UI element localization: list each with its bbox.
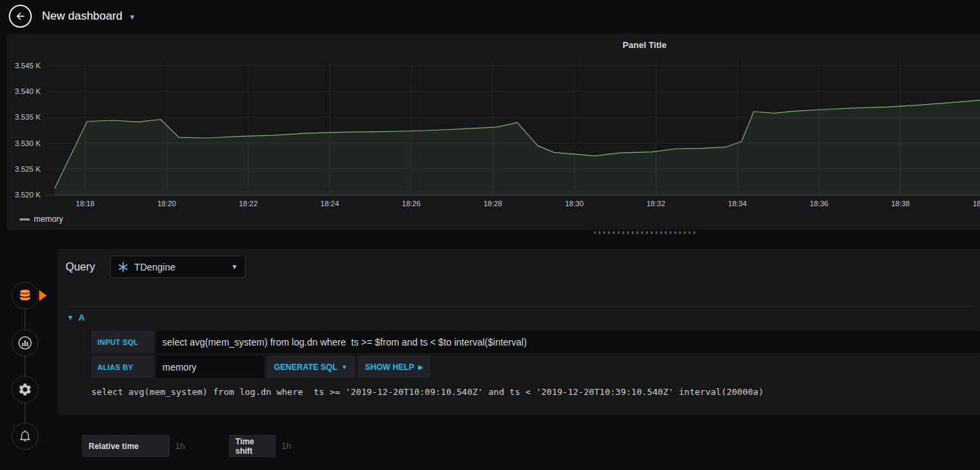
- generated-sql-text: select avg(mem_system) from log.dn where…: [91, 387, 972, 397]
- bell-icon: [18, 429, 32, 443]
- options-gap: [222, 435, 229, 457]
- panel-title[interactable]: Panel Title: [623, 40, 667, 50]
- chart-icon: [17, 335, 33, 351]
- legend-series-label: memory: [34, 214, 63, 224]
- x-axis-tick-label: 18:22: [228, 199, 269, 208]
- alias-by-label: ALIAS BY: [91, 356, 154, 378]
- back-button[interactable]: [9, 5, 32, 28]
- y-axis-tick-label: 3.545 K: [7, 60, 41, 71]
- database-icon: [18, 288, 32, 303]
- show-help-button[interactable]: SHOW HELP ▶: [358, 356, 431, 378]
- x-axis-tick-label: 18:26: [391, 199, 431, 208]
- datasource-name: TDengine: [135, 262, 176, 273]
- query-ref-row[interactable]: ▼ A: [66, 306, 975, 327]
- alias-by-row: ALIAS BY GENERATE SQL ▼ SHOW HELP ▶: [91, 356, 980, 378]
- dashboard-title[interactable]: New dashboard ▼: [42, 0, 136, 32]
- y-axis-tick-label: 3.540 K: [7, 86, 41, 97]
- x-axis-tick-label: 18:24: [310, 199, 350, 208]
- input-sql-label: INPUT SQL: [91, 331, 154, 353]
- relative-time-label: Relative time: [82, 435, 170, 457]
- arrow-left-icon: [14, 10, 26, 22]
- time-shift-input[interactable]: [276, 435, 326, 457]
- legend-item-memory[interactable]: memory: [20, 214, 63, 224]
- x-axis-tick-label: 18:36: [799, 199, 839, 208]
- query-ref-id: A: [78, 312, 85, 323]
- query-section-title: Query: [66, 261, 95, 273]
- tdengine-logo-icon: [118, 262, 129, 273]
- top-navbar: New dashboard ▼: [0, 0, 980, 32]
- tab-alert[interactable]: [11, 423, 39, 450]
- show-help-label: SHOW HELP: [365, 362, 415, 372]
- dashboard-title-text: New dashboard: [42, 9, 122, 23]
- relative-time-input[interactable]: [170, 435, 222, 457]
- horizontal-scrollbar[interactable]: [594, 231, 696, 234]
- datasource-picker[interactable]: TDengine ▼: [110, 256, 246, 278]
- x-axis-tick-label: 18:40: [962, 199, 980, 208]
- legend-series-swatch: [20, 218, 30, 220]
- chevron-down-icon: ▼: [342, 363, 348, 371]
- y-axis-tick-label: 3.530 K: [7, 138, 41, 149]
- query-header: Query TDengine ▼: [66, 256, 972, 278]
- x-axis-tick-label: 18:18: [65, 199, 106, 208]
- generate-sql-label: GENERATE SQL: [274, 362, 337, 372]
- alias-by-field[interactable]: [156, 356, 264, 378]
- x-axis-tick-label: 18:30: [554, 199, 594, 208]
- active-tab-arrow: [39, 290, 47, 301]
- chevron-down-icon: ▼: [231, 263, 238, 271]
- chevron-down-icon: ▼: [129, 11, 136, 21]
- input-sql-field[interactable]: [156, 331, 980, 353]
- time-shift-label: Time shift: [229, 435, 276, 457]
- generate-sql-button[interactable]: GENERATE SQL ▼: [266, 356, 355, 378]
- x-axis-tick-label: 18:20: [146, 199, 187, 208]
- tab-general[interactable]: [11, 376, 39, 403]
- tab-queries[interactable]: [11, 282, 39, 309]
- y-axis-tick-label: 3.520 K: [7, 189, 41, 200]
- x-axis-tick-label: 18:32: [636, 199, 676, 208]
- x-axis-tick-label: 18:28: [473, 199, 513, 208]
- x-axis-tick-label: 18:38: [880, 199, 920, 208]
- x-axis-tick-label: 18:34: [717, 199, 757, 208]
- time-series-chart: [46, 61, 980, 196]
- input-sql-row: INPUT SQL: [91, 331, 980, 353]
- query-editor-panel: Query TDengine ▼ ▼ A INPUT SQL ALIAS BY …: [57, 249, 980, 415]
- graph-panel: Panel Title 3.545 K3.540 K3.535 K3.530 K…: [7, 34, 980, 230]
- y-axis-tick-label: 3.525 K: [7, 164, 41, 174]
- tab-rail-connector: [24, 296, 26, 436]
- time-options-row: Relative time Time shift: [82, 435, 326, 457]
- chevron-right-icon: ▶: [418, 363, 423, 371]
- collapse-caret-icon: ▼: [66, 314, 74, 321]
- y-axis-tick-label: 3.535 K: [7, 112, 41, 122]
- gear-icon: [18, 382, 32, 397]
- tab-visualization[interactable]: [11, 329, 39, 356]
